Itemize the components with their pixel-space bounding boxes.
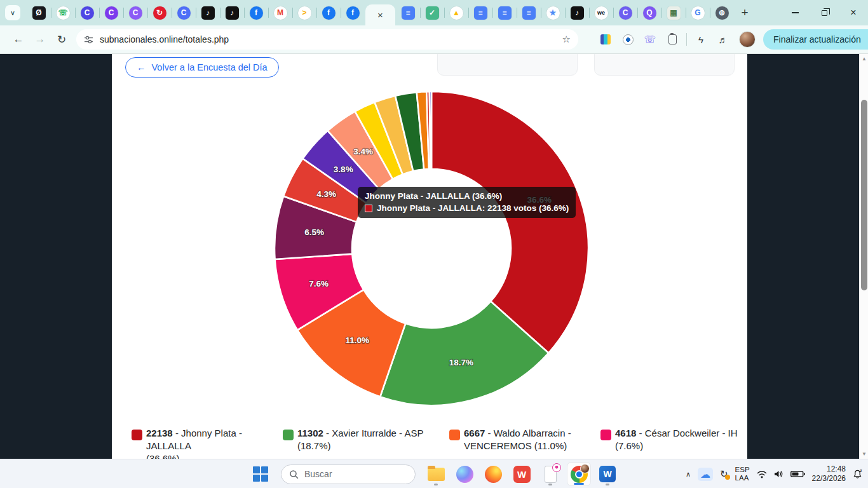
search-placeholder: Buscar [304, 469, 332, 479]
wifi-icon[interactable] [757, 470, 767, 478]
photos-tab-icon: > [298, 6, 311, 20]
tiktok-tab[interactable]: ♪ [565, 0, 589, 25]
docs-tab-icon: ≡ [522, 6, 536, 20]
playlist-extension-icon[interactable]: ♬ [715, 31, 731, 48]
pixel-app-tab[interactable]: ▦ [661, 0, 686, 25]
notification-bell-icon[interactable]: z [853, 469, 863, 479]
wetransfer-tab-icon: we [595, 6, 608, 20]
copilot-icon [456, 466, 473, 483]
c-app-purple-tab[interactable]: C [99, 0, 123, 25]
tab-search-caret-icon: ∨ [10, 9, 15, 17]
clock[interactable]: 12:48 22/3/2026 [812, 464, 846, 484]
chrome-taskbar-icon[interactable] [567, 462, 591, 486]
eye-extension-glyph [623, 34, 634, 45]
tiktok-tab-icon: ♪ [226, 6, 239, 20]
docs-tab[interactable]: ≡ [396, 0, 420, 25]
search-icon [289, 470, 299, 479]
gemini-tab-icon: ★ [546, 6, 560, 20]
energy-extension-icon[interactable]: ϟ [693, 31, 709, 48]
restore-button[interactable] [810, 0, 839, 25]
legend-text: 6667 - Waldo Albarracin -VENCEREMOS (11.… [464, 427, 571, 452]
scroll-down-arrow-icon[interactable]: ▼ [860, 451, 868, 457]
q-app-tab[interactable]: Q [637, 0, 661, 25]
legend-item[interactable]: 4618 - César Dockweiler - IH(7.6%) [600, 427, 740, 452]
facebook-tab-icon: f [346, 6, 360, 20]
profile-avatar[interactable] [739, 31, 756, 48]
donut-slice-13[interactable] [430, 92, 431, 169]
back-button[interactable]: ← [8, 29, 29, 50]
c-app-tab[interactable]: C [613, 0, 637, 25]
eye-extension-icon[interactable] [620, 31, 636, 48]
url-text[interactable]: subnacionales.online/totales.php [100, 34, 562, 44]
c-app-indigo-tab[interactable]: C [172, 0, 196, 25]
photos-tab[interactable]: > [292, 0, 316, 25]
tab-close-icon[interactable]: × [375, 10, 386, 21]
scroll-up-arrow-icon[interactable]: ▲ [860, 56, 868, 62]
slice-percent-label: 3.8% [334, 165, 353, 174]
dev-logo-tab[interactable]: Ø [27, 0, 51, 25]
legend-item[interactable]: 11302 - Xavier Iturralde - ASP(18.7%) [283, 427, 442, 452]
tab-search-button[interactable]: ∨ [5, 5, 20, 20]
legend-item[interactable]: 6667 - Waldo Albarracin -VENCEREMOS (11.… [449, 427, 592, 452]
docs-tab[interactable]: ≡ [492, 0, 517, 25]
battery-icon[interactable] [790, 470, 805, 478]
docs-tab[interactable]: ≡ [517, 0, 541, 25]
pinned-tabs-right: ≡✓▲≡≡≡★♪weCQ▦G⊕ [396, 0, 734, 25]
tasks-check-tab[interactable]: ✓ [420, 0, 444, 25]
facebook-tab[interactable]: f [341, 0, 365, 25]
extensions-row: ☏ ϟ ♬ [597, 31, 731, 48]
copilot-taskbar-icon[interactable] [452, 462, 477, 486]
start-button[interactable] [248, 462, 273, 486]
gmail-tab[interactable]: M [268, 0, 292, 25]
media-red-tab[interactable]: ↻ [147, 0, 172, 25]
donut-slice-Jhonny Plata - JALLALLA[interactable] [431, 92, 588, 353]
wetransfer-tab[interactable]: we [589, 0, 613, 25]
page-scrollbar[interactable]: ▲ ▼ [859, 54, 868, 459]
facebook-tab[interactable]: f [316, 0, 341, 25]
google-tab[interactable]: G [686, 0, 710, 25]
tiktok-tab[interactable]: ♪ [220, 0, 244, 25]
volume-icon[interactable] [774, 470, 783, 478]
new-tab-button[interactable]: + [734, 0, 756, 25]
legend-swatch [283, 430, 294, 440]
whatsapp-tab[interactable]: ☏ [51, 0, 75, 25]
wps-taskbar-icon[interactable]: W [510, 462, 534, 486]
tray-chevron-up-icon[interactable]: ∧ [686, 470, 691, 478]
docs-tab[interactable]: ≡ [468, 0, 492, 25]
minimize-button[interactable] [780, 0, 810, 25]
c-app-violet-tab[interactable]: C [123, 0, 147, 25]
legend-text: 4618 - César Dockweiler - IH(7.6%) [615, 427, 738, 452]
onedrive-icon[interactable]: ☁ [698, 468, 713, 481]
file-explorer-taskbar-icon[interactable] [424, 462, 448, 486]
q-app-tab-icon: Q [643, 6, 656, 20]
scrollbar-thumb[interactable] [861, 100, 867, 290]
tasks-check-tab-icon: ✓ [426, 6, 439, 20]
finish-update-button[interactable]: Finalizar actualización ⋮ [763, 29, 868, 50]
site-settings-tune-icon[interactable] [84, 35, 93, 44]
globe-tab[interactable]: ⊕ [710, 0, 734, 25]
call-extension-icon[interactable]: ☏ [642, 31, 658, 48]
bookmark-star-icon[interactable]: ☆ [562, 34, 571, 45]
pixel-app-tab-icon: ▦ [667, 6, 681, 20]
close-button[interactable]: × [839, 0, 868, 25]
window-controls: × [780, 0, 868, 25]
c-app-blue-tab[interactable]: C [75, 0, 99, 25]
clipboard-extension-icon[interactable] [664, 31, 681, 48]
firefox-taskbar-icon[interactable] [481, 462, 505, 486]
media-red-tab-icon: ↻ [153, 6, 166, 20]
taskbar-search[interactable]: Buscar [281, 464, 416, 484]
active-tab[interactable]: × [365, 4, 395, 25]
word-taskbar-icon[interactable]: W [595, 462, 620, 486]
address-bar[interactable]: subnacionales.online/totales.php ☆ [76, 29, 578, 50]
slice-percent-label: 7.6% [309, 279, 329, 288]
sync-status-icon[interactable]: ↻ [720, 468, 728, 480]
gemini-tab[interactable]: ★ [541, 0, 565, 25]
tiktok-tab[interactable]: ♪ [196, 0, 220, 25]
phone-link-taskbar-icon[interactable] [538, 462, 562, 486]
invid-extension-icon[interactable] [597, 31, 614, 48]
language-indicator[interactable]: ESP LAA [735, 466, 750, 482]
legend-item[interactable]: 22138 - Jhonny Plata - JALLALLA(36.6%) [132, 427, 275, 459]
facebook-tab[interactable]: f [244, 0, 268, 25]
reload-button[interactable]: ↻ [51, 29, 72, 50]
drive-tab[interactable]: ▲ [444, 0, 468, 25]
